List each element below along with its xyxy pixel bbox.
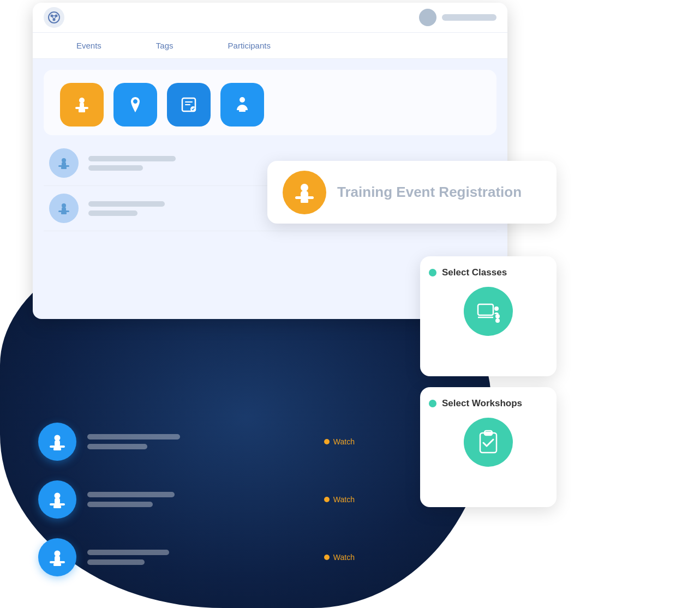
svg-point-19	[62, 158, 66, 162]
watch-label-2: Watch	[333, 495, 355, 504]
text-bar-4	[88, 210, 137, 216]
app-logo	[44, 7, 64, 28]
svg-rect-20	[62, 162, 66, 166]
list-speaker-icon-2	[49, 194, 79, 223]
nav-participants[interactable]: Participants	[201, 41, 298, 50]
select-workshops-header: Select Workshops	[429, 398, 548, 409]
svg-point-47	[55, 551, 61, 557]
svg-point-32	[495, 318, 500, 323]
svg-rect-48	[55, 556, 60, 562]
select-workshops-indicator	[429, 400, 436, 407]
watch-label-3: Watch	[333, 553, 355, 562]
svg-point-9	[79, 98, 85, 103]
svg-rect-28	[301, 191, 308, 198]
training-title: Training Event Registration	[337, 184, 522, 201]
bottom-speaker-icon-2	[38, 480, 76, 519]
select-classes-card: Select Classes	[420, 256, 557, 376]
text-bar-1	[88, 156, 176, 161]
watch-dot-bottom-1	[324, 439, 330, 444]
bottom-bar-3	[87, 492, 175, 497]
svg-rect-8	[79, 109, 85, 112]
location-icon-btn[interactable]	[113, 83, 157, 127]
svg-rect-40	[55, 440, 60, 447]
svg-rect-42	[53, 505, 61, 508]
training-icon	[283, 171, 326, 214]
svg-rect-10	[80, 103, 84, 108]
bottom-bar-1	[87, 434, 180, 440]
classes-icon-circle[interactable]	[464, 287, 513, 336]
watch-dot-bottom-3	[324, 555, 330, 560]
bottom-speaker-icon-1	[38, 423, 76, 461]
select-classes-title: Select Classes	[442, 267, 507, 278]
bottom-text-2	[87, 492, 175, 507]
list-speaker-icon	[49, 148, 79, 178]
text-bar-3	[88, 201, 165, 207]
svg-point-23	[62, 203, 66, 208]
nav-events[interactable]: Events	[49, 41, 129, 50]
select-classes-indicator	[429, 269, 436, 276]
svg-rect-36	[484, 432, 492, 435]
svg-rect-26	[301, 199, 308, 203]
bottom-watch-3: Watch	[324, 553, 355, 562]
svg-rect-13	[185, 104, 190, 105]
svg-rect-29	[478, 304, 493, 315]
bottom-list-row-2: Watch	[33, 471, 360, 528]
svg-point-15	[240, 97, 245, 103]
bottom-text-1	[87, 434, 180, 449]
svg-point-33	[494, 306, 499, 311]
bottom-watch-2: Watch	[324, 495, 355, 504]
workshops-icon-circle[interactable]	[464, 418, 513, 467]
svg-rect-38	[53, 448, 61, 450]
svg-point-27	[301, 184, 308, 191]
browser-nav: Events Tags Participants	[33, 33, 507, 59]
text-bar-2	[88, 165, 143, 171]
svg-rect-24	[62, 207, 66, 212]
speaker-icon-btn[interactable]	[60, 83, 104, 127]
svg-rect-18	[61, 167, 67, 169]
svg-point-43	[55, 493, 61, 499]
bottom-bar-6	[87, 559, 145, 565]
browser-avatar	[419, 9, 436, 26]
select-classes-header: Select Classes	[429, 267, 548, 278]
select-workshops-title: Select Workshops	[442, 398, 522, 409]
svg-rect-22	[61, 212, 67, 214]
list-text	[88, 156, 176, 171]
presenter-icon-btn[interactable]	[220, 83, 264, 127]
svg-point-0	[49, 12, 59, 23]
bottom-list-row-1: Watch	[33, 413, 360, 471]
bottom-watch-1: Watch	[324, 437, 355, 446]
browser-user-area	[419, 9, 496, 26]
bottom-text-3	[87, 550, 169, 565]
svg-point-39	[55, 435, 61, 441]
bottom-list-row-3: Watch	[33, 528, 360, 586]
training-event-card: Training Event Registration	[267, 161, 557, 224]
bottom-bar-2	[87, 444, 147, 449]
watch-dot-bottom-2	[324, 497, 330, 502]
bottom-bar-4	[87, 502, 153, 507]
browser-header	[33, 3, 507, 33]
watch-label-1: Watch	[333, 437, 355, 446]
bottom-list: Watch Watch	[33, 413, 360, 586]
bottom-speaker-icon-3	[38, 538, 76, 576]
svg-point-31	[495, 314, 500, 318]
registration-icon-btn[interactable]	[167, 83, 211, 127]
browser-user-text	[442, 14, 496, 21]
icon-row	[44, 70, 496, 135]
nav-tags[interactable]: Tags	[129, 41, 201, 50]
svg-rect-44	[55, 498, 60, 504]
svg-rect-16	[239, 110, 246, 112]
list-text-2	[88, 201, 165, 216]
svg-rect-46	[53, 563, 61, 566]
bottom-bar-5	[87, 550, 169, 555]
select-workshops-card: Select Workshops	[420, 387, 557, 507]
svg-rect-12	[185, 101, 193, 103]
